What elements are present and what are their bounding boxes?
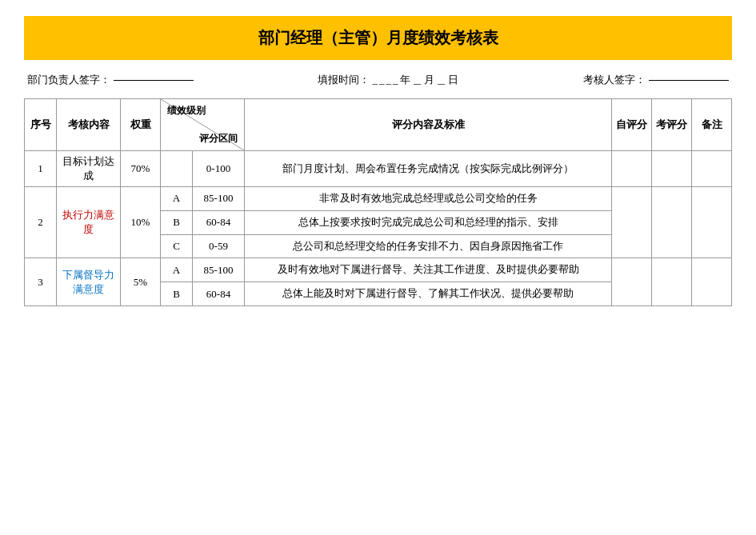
meta-row: 部门负责人签字： 填报时间： ____年＿月＿日 考核人签字： [24,68,732,92]
row2-range-c: 0-59 [193,234,245,258]
row2-weight: 10% [121,187,161,258]
row1-note [692,151,732,187]
row3-weight: 5% [121,258,161,306]
row2-grade-b: B [161,210,193,234]
row2-range-a: 85-100 [193,187,245,211]
row3-range-b: 60-84 [193,282,245,306]
header-weight: 权重 [121,99,161,151]
row2-range-b: 60-84 [193,210,245,234]
row2-eval-c: 总公司和总经理交给的任务安排不力、因自身原因拖省工作 [245,234,612,258]
row3-review [652,258,692,306]
row3-self [612,258,652,306]
row3-grade-a: A [161,258,193,282]
row3-eval-a: 及时有效地对下属进行督导、关注其工作进度、及时提供必要帮助 [245,258,612,282]
row1-content: 目标计划达成 [57,151,121,187]
header-eval: 评分内容及标准 [245,99,612,151]
row2-eval-a: 非常及时有效地完成总经理或总公司交给的任务 [245,187,612,211]
table-header-row: 序号 考核内容 权重 绩效级别 评分区间 评分内容及标准 自评分 考评分 备注 [25,99,732,151]
row2-self [612,187,652,258]
row1-self [612,151,652,187]
row3-seq: 3 [25,258,57,306]
page-title: 部门经理（主管）月度绩效考核表 [24,16,732,60]
row2-seq: 2 [25,187,57,258]
header-content: 考核内容 [57,99,121,151]
row2-note [692,187,732,258]
header-self-score: 自评分 [612,99,652,151]
fill-time: 填报时间： ____年＿月＿日 [318,73,460,87]
header-grade-range: 绩效级别 评分区间 [161,99,245,151]
row1-weight: 70% [121,151,161,187]
row2-grade-c: C [161,234,193,258]
row3-range-a: 85-100 [193,258,245,282]
reviewer-signature: 考核人签字： [583,73,729,87]
table-row: 3 下属督导力满意度 5% A 85-100 及时有效地对下属进行督导、关注其工… [25,258,732,282]
dept-signature: 部门负责人签字： [27,73,194,87]
row2-review [652,187,692,258]
row3-grade-b: B [161,282,193,306]
row1-range: 0-100 [193,151,245,187]
row2-grade-a: A [161,187,193,211]
table-row: 2 执行力满意度 10% A 85-100 非常及时有效地完成总经理或总公司交给… [25,187,732,211]
row3-content: 下属督导力满意度 [57,258,121,306]
header-seq: 序号 [25,99,57,151]
row3-note [692,258,732,306]
row1-grade [161,151,193,187]
row1-review [652,151,692,187]
header-note: 备注 [692,99,732,151]
main-table: 序号 考核内容 权重 绩效级别 评分区间 评分内容及标准 自评分 考评分 备注 [24,98,732,306]
row2-content: 执行力满意度 [57,187,121,258]
table-row: 1 目标计划达成 70% 0-100 部门月度计划、周会布置任务完成情况（按实际… [25,151,732,187]
row2-eval-b: 总体上按要求按时完成完成总公司和总经理的指示、安排 [245,210,612,234]
row1-seq: 1 [25,151,57,187]
row1-eval: 部门月度计划、周会布置任务完成情况（按实际完成比例评分） [245,151,612,187]
row3-eval-b: 总体上能及时对下属进行督导、了解其工作状况、提供必要帮助 [245,282,612,306]
header-review-score: 考评分 [652,99,692,151]
